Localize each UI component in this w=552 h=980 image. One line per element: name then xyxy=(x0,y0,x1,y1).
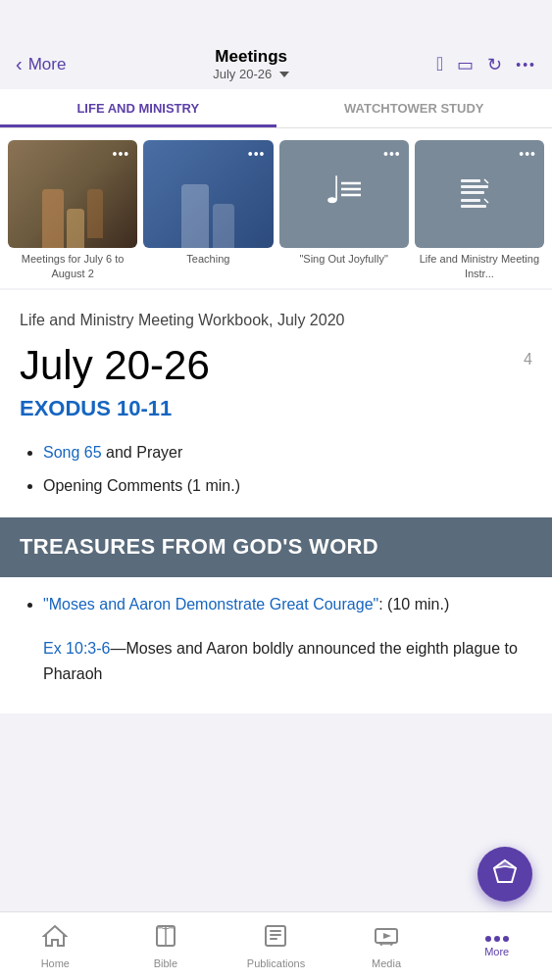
home-icon xyxy=(42,924,68,954)
song-suffix: and Prayer xyxy=(106,444,182,461)
thumb-label-sing: "Sing Out Joyfully" xyxy=(299,252,387,266)
scripture-reference[interactable]: EXODUS 10-11 xyxy=(20,396,532,421)
more-options-icon[interactable]: ••• xyxy=(516,57,536,73)
fab-button[interactable] xyxy=(477,847,532,902)
bible-icon xyxy=(153,924,178,954)
song-link[interactable]: Song 65 xyxy=(43,444,102,461)
music-icon: ♩ xyxy=(320,166,369,223)
thumb-dots-4: ••• xyxy=(519,146,536,162)
thumbnail-instructions[interactable]: ••• Life and Ministry Meeting Instr... xyxy=(415,140,544,280)
svg-rect-7 xyxy=(461,199,480,202)
nav-media[interactable]: Media xyxy=(331,912,442,980)
thumbnails-section: ••• Meetings for July 6 to August 2 ••• … xyxy=(0,128,552,288)
share-icon[interactable]: ▭ xyxy=(457,54,474,75)
thumbnail-teaching[interactable]: ••• Teaching xyxy=(143,140,273,280)
thumb-label-meetings: Meetings for July 6 to August 2 xyxy=(8,252,137,280)
publications-icon xyxy=(263,924,288,954)
thumb-label-instructions: Life and Ministry Meeting Instr... xyxy=(415,252,544,280)
header-center: Meetings July 20-26 xyxy=(213,47,289,81)
thumbnails-row: ••• Meetings for July 6 to August 2 ••• … xyxy=(8,140,544,280)
history-icon[interactable]: ↻ xyxy=(487,54,502,75)
diamond-icon xyxy=(492,858,518,890)
sub-body: Ex 10:3-6—Moses and Aaron boldly announc… xyxy=(20,636,532,686)
header: ‹ More Meetings July 20-26  ▭ ↻ ••• xyxy=(0,43,552,89)
thumbnail-sing[interactable]: ••• ♩ "Sing Out Joyfully" xyxy=(279,140,409,280)
more-dots-icon xyxy=(485,936,509,942)
thumb-label-teaching: Teaching xyxy=(186,252,229,266)
media-icon xyxy=(374,924,399,954)
week-number: 4 xyxy=(524,351,532,368)
exodus-ref[interactable]: Ex 10:3-6 xyxy=(43,640,110,657)
status-bar xyxy=(0,0,552,43)
tabs: LIFE AND MINISTRY WATCHTOWER STUDY xyxy=(0,89,552,128)
bullet-list: Song 65 and Prayer Opening Comments (1 m… xyxy=(20,441,532,498)
header-title: Meetings xyxy=(213,47,289,67)
week-title: July 20-26 xyxy=(20,343,210,388)
nav-bible-label: Bible xyxy=(154,957,177,969)
list-item-moses: "Moses and Aaron Demonstrate Great Coura… xyxy=(43,593,532,616)
tab-watchtower-study[interactable]: WATCHTOWER STUDY xyxy=(276,89,553,127)
nav-media-label: Media xyxy=(372,957,401,969)
svg-marker-19 xyxy=(383,933,391,939)
back-chevron-icon: ‹ xyxy=(16,53,23,75)
nav-publications-label: Publications xyxy=(247,957,305,969)
nav-publications[interactable]: Publications xyxy=(221,912,331,980)
date-chevron-icon xyxy=(279,72,289,77)
section-header: TREASURES FROM GOD'S WORD xyxy=(0,517,552,577)
svg-rect-6 xyxy=(461,191,484,194)
list-item-comments: Opening Comments (1 min.) xyxy=(43,474,532,498)
svg-marker-10 xyxy=(494,860,516,868)
comments-text: Opening Comments (1 min.) xyxy=(43,477,240,494)
svg-rect-17 xyxy=(270,938,277,940)
workbook-title: Life and Ministry Meeting Workbook, July… xyxy=(20,310,532,331)
moses-suffix: : (10 min.) xyxy=(378,596,449,612)
back-label: More xyxy=(28,55,67,74)
moses-link[interactable]: "Moses and Aaron Demonstrate Great Coura… xyxy=(43,596,378,612)
thumb-dots-3: ••• xyxy=(383,146,401,162)
svg-marker-11 xyxy=(44,926,66,946)
nav-home[interactable]: Home xyxy=(0,912,111,980)
sub-body-text: —Moses and Aaron boldly announced the ei… xyxy=(43,640,518,682)
thumbnail-meetings[interactable]: ••• Meetings for July 6 to August 2 xyxy=(8,140,137,280)
thumb-dots-2: ••• xyxy=(248,146,266,162)
svg-text:♩: ♩ xyxy=(325,170,342,211)
week-header: July 20-26 4 xyxy=(20,343,532,388)
svg-rect-4 xyxy=(461,179,480,182)
svg-rect-16 xyxy=(270,934,281,936)
translate-icon[interactable]:  xyxy=(436,53,443,75)
sub-bullet-list: "Moses and Aaron Demonstrate Great Coura… xyxy=(20,593,532,616)
nav-home-label: Home xyxy=(41,957,70,969)
nav-more-label: More xyxy=(484,946,509,957)
main-content: Life and Ministry Meeting Workbook, July… xyxy=(0,290,552,713)
svg-rect-5 xyxy=(461,185,488,188)
header-icons:  ▭ ↻ ••• xyxy=(436,53,536,75)
back-button[interactable]: ‹ More xyxy=(16,53,66,75)
bottom-nav: Home Bible Publications xyxy=(0,911,552,980)
list-item-song: Song 65 and Prayer xyxy=(43,441,532,465)
tab-life-and-ministry[interactable]: LIFE AND MINISTRY xyxy=(0,89,276,127)
svg-rect-8 xyxy=(461,205,486,208)
thumb-dots-1: ••• xyxy=(113,146,130,162)
svg-rect-15 xyxy=(270,930,281,932)
nav-bible[interactable]: Bible xyxy=(111,912,222,980)
header-subtitle: July 20-26 xyxy=(213,67,289,81)
nav-more[interactable]: More xyxy=(441,912,552,980)
